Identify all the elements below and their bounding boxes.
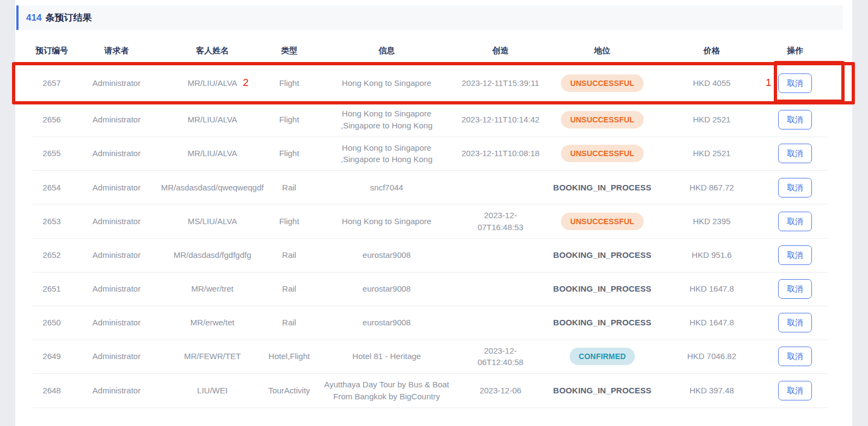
status-text: BOOKING_IN_PROCESS bbox=[553, 317, 651, 329]
table-row: 2652AdministratorMR/dasdasd/fgdfgdfgRail… bbox=[33, 239, 828, 273]
price-cell: HKD 4055 bbox=[661, 77, 762, 89]
requester-cell: Administrator bbox=[71, 249, 162, 261]
action-cell: 取消 bbox=[762, 313, 828, 332]
column-header-created: 创造 bbox=[457, 45, 543, 57]
cancel-button[interactable]: 取消 bbox=[778, 245, 812, 265]
guest-cell: MR/LIU/ALVA bbox=[162, 77, 262, 89]
type-cell: Rail bbox=[262, 283, 316, 295]
type-cell: Flight bbox=[262, 147, 316, 159]
price-cell: HKD 951.6 bbox=[661, 249, 762, 261]
status-cell: CONFIRMED bbox=[543, 348, 661, 365]
type-cell: Flight bbox=[262, 77, 316, 89]
price-cell: HKD 2521 bbox=[661, 147, 762, 159]
column-header-type: 类型 bbox=[262, 45, 316, 57]
requester-cell: Administrator bbox=[71, 114, 162, 126]
requester-cell: Administrator bbox=[71, 77, 162, 89]
id-cell: 2649 bbox=[33, 350, 71, 362]
table-row: 2655AdministratorMR/LIU/ALVAFlightHong K… bbox=[33, 137, 828, 171]
action-cell: 取消 bbox=[762, 347, 828, 366]
action-cell: 取消 bbox=[762, 381, 828, 400]
action-cell: 取消 bbox=[762, 178, 828, 197]
info-cell: Hong Kong to Singapore ,Singapore to Hon… bbox=[316, 142, 457, 166]
requester-cell: Administrator bbox=[71, 215, 162, 227]
requester-cell: Administrator bbox=[71, 317, 162, 329]
table-row: 2654AdministratorMR/asdasdasd/qweqweqgdf… bbox=[33, 171, 828, 205]
type-cell: Flight bbox=[262, 215, 316, 227]
info-cell: sncf7044 bbox=[316, 182, 457, 194]
guest-cell: MR/erwe/tet bbox=[162, 317, 262, 329]
cancel-button[interactable]: 取消 bbox=[778, 212, 812, 231]
status-cell: BOOKING_IN_PROCESS bbox=[543, 283, 661, 295]
id-cell: 2655 bbox=[33, 147, 71, 159]
info-cell: eurostar9008 bbox=[316, 283, 457, 295]
id-cell: 2650 bbox=[33, 317, 71, 329]
status-badge: UNSUCCESSFUL bbox=[561, 213, 644, 230]
table-row: 2648AdministratorLIU/WEITourActivityAyut… bbox=[33, 374, 828, 408]
price-cell: HKD 2395 bbox=[661, 215, 762, 227]
status-badge: UNSUCCESSFUL bbox=[561, 75, 644, 92]
price-cell: HKD 2521 bbox=[661, 114, 762, 126]
created-cell: 2023-12-11T10:14:42 bbox=[457, 114, 543, 126]
type-cell: Rail bbox=[262, 317, 316, 329]
requester-cell: Administrator bbox=[71, 385, 162, 397]
status-text: BOOKING_IN_PROCESS bbox=[553, 249, 651, 261]
action-cell: 取消 bbox=[762, 245, 828, 265]
results-count: 414 bbox=[26, 13, 41, 23]
id-cell: 2651 bbox=[33, 283, 71, 295]
column-header-guest-name: 客人姓名 bbox=[162, 45, 262, 57]
created-cell: 2023-12-11T15:39:11 bbox=[457, 77, 543, 89]
cancel-button[interactable]: 取消 bbox=[778, 279, 812, 299]
column-header-price: 价格 bbox=[661, 45, 762, 57]
cancel-button[interactable]: 取消 bbox=[778, 110, 812, 129]
type-cell: Flight bbox=[262, 114, 316, 126]
type-cell: Rail bbox=[262, 182, 316, 194]
price-cell: HKD 1647.8 bbox=[661, 317, 762, 329]
table-row: 2649AdministratorMR/FEWR/TETHotel,Flight… bbox=[33, 340, 828, 374]
status-cell: BOOKING_IN_PROCESS bbox=[543, 249, 661, 261]
requester-cell: Administrator bbox=[71, 283, 162, 295]
table-body: 2657AdministratorMR/LIU/ALVAFlightHong K… bbox=[33, 64, 828, 408]
info-cell: Hong Kong to Singapore bbox=[316, 215, 457, 227]
guest-cell: MR/wer/tret bbox=[162, 283, 262, 295]
cancel-button[interactable]: 取消 bbox=[778, 381, 812, 400]
cancel-button[interactable]: 取消 bbox=[778, 144, 812, 163]
column-header-booking-id: 预订编号 bbox=[33, 45, 71, 57]
cancel-button[interactable]: 取消 bbox=[778, 178, 812, 197]
id-cell: 2653 bbox=[33, 215, 71, 227]
price-cell: HKD 7046.82 bbox=[661, 350, 762, 362]
action-cell: 取消 bbox=[762, 144, 828, 163]
guest-cell: MR/asdasdasd/qweqweqgdf bbox=[162, 182, 262, 194]
status-badge: CONFIRMED bbox=[570, 348, 635, 365]
id-cell: 2654 bbox=[33, 182, 71, 194]
cancel-button[interactable]: 取消 bbox=[778, 313, 812, 332]
table-row: 2651AdministratorMR/wer/tretRaileurostar… bbox=[33, 273, 828, 306]
table-row: 2657AdministratorMR/LIU/ALVAFlightHong K… bbox=[33, 64, 828, 103]
id-cell: 2652 bbox=[33, 249, 71, 261]
id-cell: 2657 bbox=[33, 77, 71, 89]
created-cell: 2023-12-06 bbox=[457, 385, 543, 397]
status-cell: UNSUCCESSFUL bbox=[543, 111, 661, 128]
guest-cell: MS/LIU/ALVA bbox=[162, 215, 262, 227]
status-text: BOOKING_IN_PROCESS bbox=[553, 283, 651, 295]
column-header-status: 地位 bbox=[543, 45, 661, 57]
created-cell: 2023-12-11T10:08:18 bbox=[457, 147, 543, 159]
column-header-requester: 请求者 bbox=[71, 45, 162, 57]
info-cell: eurostar9008 bbox=[316, 317, 457, 329]
status-cell: UNSUCCESSFUL bbox=[543, 145, 661, 162]
status-cell: UNSUCCESSFUL bbox=[543, 75, 661, 92]
cancel-button[interactable]: 取消 bbox=[778, 347, 812, 366]
guest-cell: LIU/WEI bbox=[162, 385, 262, 397]
action-cell: 取消 bbox=[762, 279, 828, 299]
created-cell: 2023-12- 07T16:48:53 bbox=[457, 209, 543, 233]
guest-cell: MR/dasdasd/fgdfgdfg bbox=[162, 249, 262, 261]
created-cell: 2023-12- 06T12:40:58 bbox=[457, 345, 543, 369]
results-title: 条预订结果 bbox=[45, 11, 91, 24]
requester-cell: Administrator bbox=[71, 182, 162, 194]
id-cell: 2656 bbox=[33, 114, 71, 126]
guest-cell: MR/FEWR/TET bbox=[162, 350, 262, 362]
guest-cell: MR/LIU/ALVA bbox=[162, 147, 262, 159]
table-header-row: 预订编号 请求者 客人姓名 类型 信息 创造 地位 价格 操作 bbox=[33, 41, 828, 64]
cancel-button[interactable]: 取消 bbox=[778, 73, 812, 93]
table-row: 2656AdministratorMR/LIU/ALVAFlightHong K… bbox=[33, 103, 828, 137]
info-cell: Hong Kong to Singapore bbox=[316, 77, 457, 89]
